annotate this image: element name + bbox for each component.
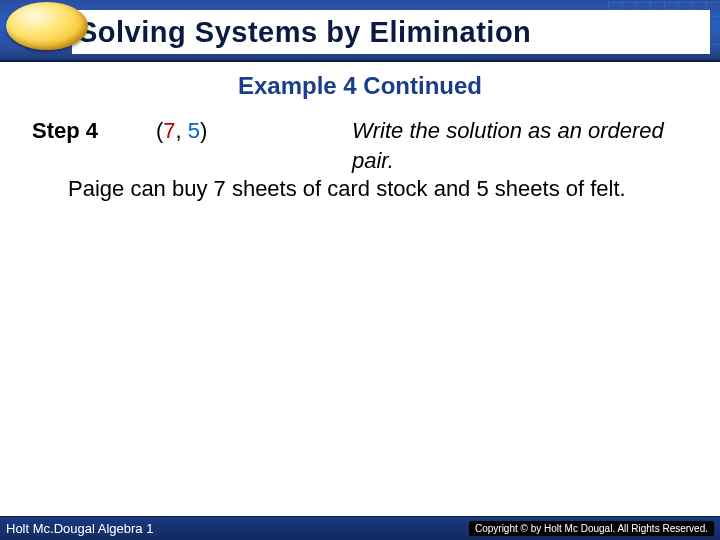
- step-label: Step 4: [32, 116, 98, 146]
- step-line: Step 4 (7, 5) Write the solution as an o…: [32, 116, 688, 146]
- paren-close: ): [200, 118, 207, 143]
- example-heading: Example 4 Continued: [0, 72, 720, 100]
- copyright-text: Copyright © by Holt Mc Dougal. All Right…: [475, 523, 708, 534]
- lesson-title: Solving Systems by Elimination: [72, 10, 710, 54]
- header-band: Solving Systems by Elimination: [0, 0, 720, 62]
- footer-book-title: Holt Mc.Dougal Algebra 1: [6, 521, 153, 536]
- pair-first: 7: [163, 118, 175, 143]
- header-title-wrap: Solving Systems by Elimination: [0, 4, 720, 56]
- ordered-pair: (7, 5): [156, 116, 207, 146]
- pair-second: 5: [188, 118, 200, 143]
- header-oval-icon: [6, 2, 88, 50]
- body-content: Step 4 (7, 5) Write the solution as an o…: [32, 116, 688, 146]
- solution-sentence: Paige can buy 7 sheets of card stock and…: [68, 174, 668, 204]
- footer-copyright: Copyright © by Holt Mc Dougal. All Right…: [469, 521, 714, 536]
- instruction-text: Write the solution as an ordered pair.: [352, 116, 672, 175]
- footer-bar: Holt Mc.Dougal Algebra 1 Copyright © by …: [0, 516, 720, 540]
- slide: Solving Systems by Elimination Example 4…: [0, 0, 720, 540]
- pair-comma: ,: [176, 118, 188, 143]
